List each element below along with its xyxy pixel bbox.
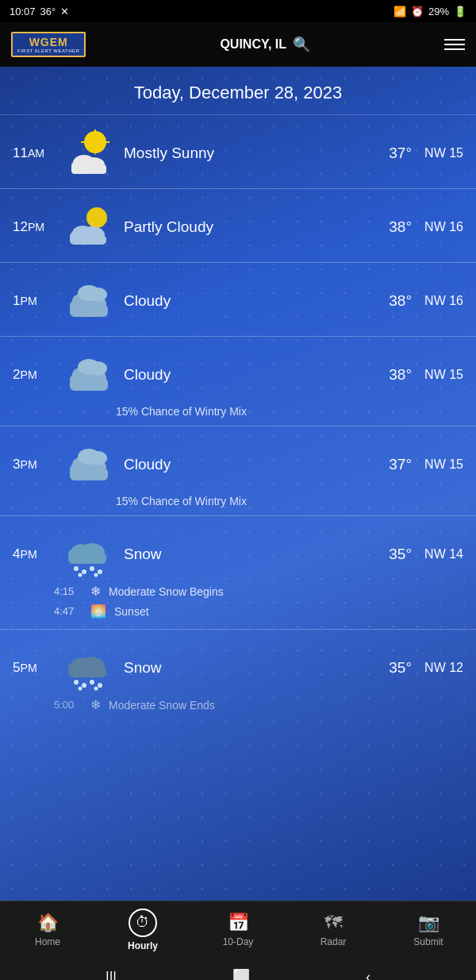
svg-rect-23 [70,378,108,391]
condition-2pm: Cloudy [124,366,356,384]
svg-point-46 [74,680,79,685]
svg-point-50 [79,687,83,691]
weather-row-11am: 11AM Mostly Sunny 37° [0,115,476,189]
sub-info-2pm: 15% Chance of Wintry Mix [13,405,463,418]
svg-point-49 [98,683,102,688]
time-2pm: 2PM [13,367,54,383]
weather-row-3pm: 3PM Cloudy 37° NW 15 15% Chance of Wintr… [0,426,476,516]
wind-3pm: NW 15 [420,457,463,472]
time-12pm: 12PM [13,219,54,235]
svg-rect-8 [71,164,106,174]
wind-12pm: NW 16 [420,220,463,234]
main-content: Today, December 28, 2023 11AM [0,67,476,901]
svg-point-48 [90,680,94,685]
tab-radar[interactable]: 🗺 Radar [286,901,381,958]
logo: WGEM FIRST ALERT WEATHER [11,32,86,57]
condition-3pm: Cloudy [124,456,356,473]
temp-12pm: 38° [364,218,412,236]
svg-point-47 [82,683,86,688]
tab-10day[interactable]: 📅 10-Day [190,901,286,958]
svg-point-9 [86,207,107,228]
battery-icon: 🔋 [454,6,466,17]
nav-location: QUINCY, IL 🔍 [220,36,310,53]
svg-point-31 [90,451,107,465]
svg-point-36 [74,566,79,571]
time-4pm: 4PM [13,546,54,562]
time-5pm: 5PM [13,660,54,676]
temp-5pm: 35° [364,659,412,677]
wind-2pm: NW 15 [420,368,463,382]
svg-point-40 [79,573,83,577]
svg-rect-17 [70,304,108,317]
tab-hourly-label: Hourly [128,940,158,951]
svg-rect-13 [70,235,106,245]
tab-hourly[interactable]: ⏱ Hourly [95,901,190,958]
location-text: QUINCY, IL [220,37,286,52]
sub-info-3pm: 15% Chance of Wintry Mix [13,495,463,507]
time-3pm: 3PM [13,457,54,473]
icon-snow-4pm [62,527,116,581]
battery-level: 29% [428,6,449,17]
hourly-clock-icon: ⏱ [129,909,157,937]
tab-submit-label: Submit [413,936,443,947]
svg-point-0 [84,131,106,153]
tab-radar-label: Radar [321,936,347,947]
time-11am: 11AM [13,145,54,161]
tab-10day-label: 10-Day [223,936,254,947]
svg-point-19 [90,287,107,302]
camera-icon: 📷 [418,912,440,933]
status-icon-x: ✕ [60,6,69,17]
icon-cloudy-1pm [62,274,116,328]
date-header: Today, December 28, 2023 [0,67,476,115]
svg-rect-35 [68,553,106,564]
home-icon: 🏠 [37,912,59,933]
wind-1pm: NW 16 [420,294,463,308]
wind-11am: NW 15 [420,146,463,160]
android-back-icon[interactable]: ||| [106,969,117,981]
status-time: 10:07 [10,6,36,17]
icon-mostly-sunny [62,126,116,180]
alarm-icon: ⏰ [411,6,424,17]
android-recents-icon[interactable]: ‹ [366,969,370,981]
icon-snow-5pm [62,641,116,695]
tab-home[interactable]: 🏠 Home [0,901,95,958]
temp-11am: 37° [364,145,412,162]
icon-partly-cloudy [62,200,116,254]
weather-row-4pm: 4PM Snow 35° NW 14 [0,516,476,630]
radar-icon: 🗺 [324,912,342,933]
svg-point-51 [94,687,98,691]
condition-4pm: Snow [124,546,356,563]
weather-row-1pm: 1PM Cloudy 38° NW 16 [0,263,476,337]
condition-1pm: Cloudy [124,292,356,310]
condition-11am: Mostly Sunny [124,145,356,162]
wind-5pm: NW 12 [420,661,463,675]
svg-point-41 [94,573,98,577]
android-nav: ||| ⬜ ‹ [0,958,476,980]
wifi-icon: 📶 [393,6,406,17]
wind-4pm: NW 14 [420,547,463,561]
hamburger-menu[interactable] [444,39,465,50]
svg-point-37 [82,569,86,574]
events-4pm: 4:15 ❄ Moderate Snow Begins 4:47 🌅 Sunse… [13,581,463,621]
tab-submit[interactable]: 📷 Submit [381,901,476,958]
logo-subtitle: FIRST ALERT WEATHER [17,48,79,53]
condition-5pm: Snow [124,659,356,677]
condition-12pm: Partly Cloudy [124,218,356,236]
search-icon[interactable]: 🔍 [293,36,310,53]
android-home-icon[interactable]: ⬜ [232,968,250,980]
temp-4pm: 35° [364,546,412,563]
weather-row-2pm: 2PM Cloudy 38° NW 15 15% Chance of Wintr… [0,337,476,426]
top-nav: WGEM FIRST ALERT WEATHER QUINCY, IL 🔍 [0,22,476,67]
tab-home-label: Home [35,936,60,947]
icon-cloudy-2pm [62,348,116,402]
logo-wgem: WGEM [29,36,68,48]
icon-cloudy-3pm [62,438,116,492]
svg-point-38 [90,566,94,571]
time-1pm: 1PM [13,293,54,309]
temp-3pm: 37° [364,456,412,473]
tab-bar: 🏠 Home ⏱ Hourly 📅 10-Day 🗺 Radar 📷 Submi… [0,901,476,958]
calendar-icon: 📅 [228,912,249,933]
svg-rect-29 [70,468,108,480]
weather-row-5pm: 5PM Snow 35° NW 12 [0,630,476,717]
temp-1pm: 38° [364,292,412,310]
